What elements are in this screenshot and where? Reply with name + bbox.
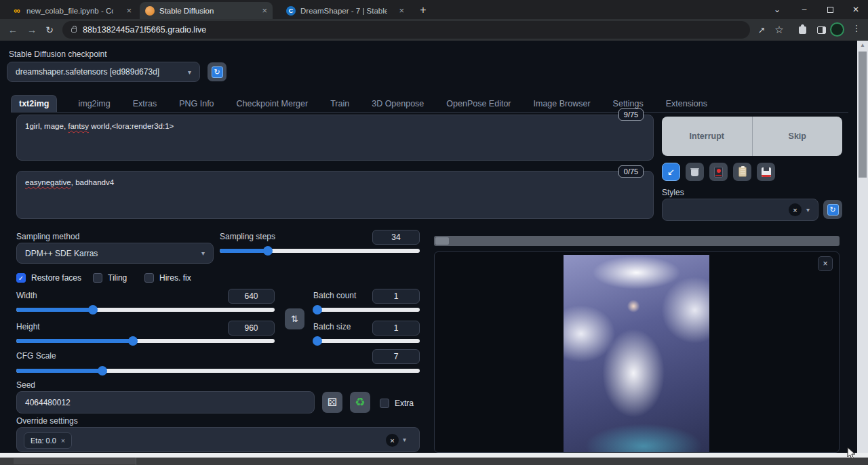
side-panel-icon[interactable]	[814, 24, 829, 36]
chip-close-icon[interactable]: ×	[61, 437, 65, 445]
browser-tab-dreamshaper[interactable]: C DreamShaper - 7 | Stable Diffusio ×	[281, 2, 410, 19]
hires-fix-option[interactable]: Hires. fix	[144, 273, 191, 283]
sampling-steps-value[interactable]: 34	[372, 230, 420, 245]
batch-size-value[interactable]: 1	[372, 321, 420, 336]
bookmark-star-icon[interactable]: ☆	[772, 24, 787, 36]
side-panel-glyph	[817, 26, 826, 34]
swap-dimensions-button[interactable]: ⇅	[285, 308, 304, 329]
address-bar[interactable]: 88b1382445a71f5665.gradio.live	[62, 21, 750, 39]
tab-train[interactable]: Train	[329, 96, 351, 112]
extra-seed-label: Extra	[395, 399, 414, 408]
clear-prompt-button[interactable]	[686, 163, 704, 181]
height-slider[interactable]	[16, 336, 275, 346]
window-close-button[interactable]: ✕	[844, 0, 868, 19]
prompt-token-counter: 9/75	[618, 108, 644, 121]
tab-image-browser[interactable]: Image Browser	[532, 96, 592, 112]
new-tab-button[interactable]: +	[415, 3, 431, 18]
maximize-icon	[827, 7, 833, 13]
tab-openpose-editor[interactable]: OpenPose Editor	[445, 96, 512, 112]
extra-seed-checkbox[interactable]	[380, 399, 389, 408]
page-scrollbar[interactable]: ▲	[857, 41, 868, 453]
override-chip-eta[interactable]: Eta: 0.0 ×	[24, 432, 72, 449]
floppy-disk-icon	[762, 167, 771, 177]
slider-thumb[interactable]	[263, 246, 273, 256]
close-tab-icon[interactable]: ×	[126, 5, 132, 16]
lock-icon[interactable]	[71, 28, 77, 33]
slider-thumb[interactable]	[313, 305, 322, 315]
seed-extra-option[interactable]: Extra	[380, 399, 414, 408]
sampling-method-value: DPM++ SDE Karras	[25, 249, 98, 258]
cfg-scale-slider[interactable]	[16, 366, 420, 376]
tab-png-info[interactable]: PNG Info	[178, 96, 215, 112]
back-button[interactable]: ←	[5, 23, 20, 37]
profile-avatar[interactable]	[830, 22, 844, 37]
tab-checkpoint-merger[interactable]: Checkpoint Merger	[235, 96, 310, 112]
close-tab-icon[interactable]: ×	[262, 5, 267, 16]
scrollbar-up-icon[interactable]: ▲	[857, 42, 868, 48]
batch-size-slider[interactable]	[313, 336, 420, 346]
browser-menu-icon[interactable]: ⋮	[852, 23, 861, 37]
close-image-button[interactable]: ×	[818, 256, 833, 271]
extra-networks-button[interactable]	[709, 163, 728, 181]
forward-button[interactable]: →	[24, 23, 39, 37]
override-settings-label: Override settings	[16, 416, 78, 426]
skip-button[interactable]: Skip	[752, 117, 843, 156]
share-icon[interactable]: ↗	[754, 24, 769, 36]
close-tab-icon[interactable]: ×	[399, 5, 404, 16]
gradio-icon	[145, 6, 155, 16]
slider-thumb[interactable]	[313, 336, 322, 346]
apply-style-button[interactable]	[733, 163, 751, 181]
window-minimize-button[interactable]: –	[792, 0, 816, 19]
window-maximize-button[interactable]	[818, 0, 842, 19]
prompt-input[interactable]: 1girl, mage, fantsy world,<lora:render3d…	[16, 115, 654, 161]
hires-fix-checkbox[interactable]	[144, 273, 154, 283]
reload-button[interactable]: ↻	[42, 23, 57, 37]
seed-input[interactable]: 4064480012	[16, 391, 315, 413]
browser-tab-title: Stable Diffusion	[159, 7, 214, 15]
sampling-steps-slider[interactable]	[220, 246, 420, 256]
tab-extras[interactable]: Extras	[132, 96, 158, 112]
batch-count-value[interactable]: 1	[372, 289, 420, 304]
width-value[interactable]: 640	[228, 289, 275, 304]
restore-faces-option[interactable]: ✓ Restore faces	[16, 273, 81, 283]
tab-txt2img[interactable]: txt2img	[11, 95, 57, 112]
override-settings-dropdown[interactable]: Eta: 0.0 × × ▾	[16, 427, 420, 452]
dice-icon: ⚄	[328, 396, 337, 409]
tab-img2img[interactable]: img2img	[77, 96, 111, 112]
browser-tab-stable-diffusion[interactable]: Stable Diffusion ×	[140, 2, 273, 19]
taskbar-segment	[14, 458, 136, 464]
output-gallery[interactable]: ×	[434, 251, 840, 453]
restore-faces-checkbox[interactable]: ✓	[16, 273, 26, 283]
tab-extensions[interactable]: Extensions	[665, 96, 709, 112]
slider-thumb[interactable]	[128, 336, 138, 346]
clear-override-icon[interactable]: ×	[386, 434, 399, 447]
browser-tab-colab[interactable]: ∞ new_colab_file.ipynb - Colaborat ×	[7, 2, 137, 19]
width-slider[interactable]	[16, 305, 275, 315]
reuse-seed-button[interactable]: ♻	[350, 392, 370, 413]
save-style-button[interactable]	[757, 163, 775, 181]
scrollbar-thumb[interactable]	[859, 52, 867, 178]
styles-dropdown[interactable]: × ▾	[662, 199, 818, 221]
mouse-cursor	[847, 447, 856, 462]
batch-count-slider[interactable]	[313, 305, 420, 315]
slider-thumb[interactable]	[98, 366, 107, 376]
sampling-method-dropdown[interactable]: DPM++ SDE Karras ▾	[16, 243, 214, 264]
extensions-puzzle-icon[interactable]	[795, 24, 810, 36]
generated-image[interactable]	[564, 255, 709, 452]
tab-3d-openpose[interactable]: 3D Openpose	[370, 96, 425, 112]
checkpoint-dropdown[interactable]: dreamshaper.safetensors [ed989d673d] ▾	[7, 62, 200, 82]
clear-styles-icon[interactable]: ×	[789, 203, 802, 216]
refresh-checkpoints-button[interactable]: ↻	[208, 62, 226, 81]
tiling-option[interactable]: Tiling	[93, 273, 127, 283]
tiling-checkbox[interactable]	[93, 273, 102, 283]
paste-generation-params-button[interactable]: ↙	[662, 163, 680, 181]
negative-prompt-input[interactable]: easynegative, badhandv4	[16, 171, 654, 219]
height-value[interactable]: 960	[228, 321, 275, 336]
window-menu-chevron-icon[interactable]: ⌄	[765, 0, 789, 19]
cfg-scale-value[interactable]: 7	[372, 349, 420, 364]
civitai-icon: C	[286, 6, 296, 16]
interrupt-button[interactable]: Interrupt	[662, 117, 752, 156]
refresh-styles-button[interactable]: ↻	[823, 200, 842, 219]
random-seed-button[interactable]: ⚄	[322, 392, 342, 413]
slider-thumb[interactable]	[88, 305, 98, 315]
